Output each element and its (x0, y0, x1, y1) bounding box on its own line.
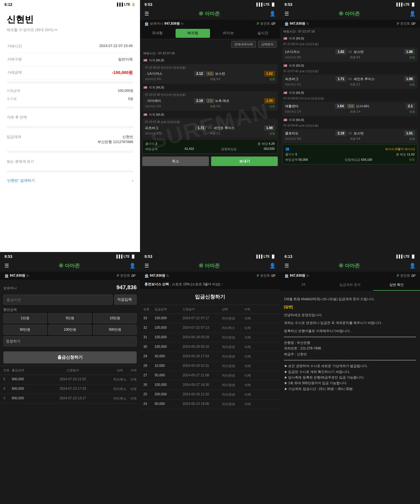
wallet-value-2: 947,836원 (164, 21, 180, 26)
leaf-icon-2: ❋ (199, 10, 204, 17)
amount-btn-3[interactable]: 10만원 (93, 313, 137, 323)
msg-line1-text: 계좌는 수시로 변경되니 입금전 꼭 계좌문의를 해주시기 바랍니다 . (284, 321, 383, 325)
points-label-5: 포인트 (260, 273, 270, 278)
p3-game-row-2[interactable]: 피츠버그 1.71 VS 세인트 루이스 1.99 피리어드 2:1 최종 2:… (282, 74, 418, 89)
refresh-icon-5[interactable]: ↻ (166, 274, 169, 278)
menu-icon-6[interactable]: ☰ (284, 263, 289, 269)
dep-del[interactable]: 삭제 (244, 383, 258, 388)
battery-6: ▐▌ (411, 255, 416, 258)
home-odds-3[interactable]: 1.71 (195, 125, 206, 131)
amount-btn-1[interactable]: 1만원 (3, 313, 47, 323)
msg-tab-2[interactable]: 입금계좌 문의 (327, 280, 374, 291)
status-icons-4: ▐▐▐ LTE ▐▌ (115, 255, 136, 258)
points-value-5: 0P (271, 274, 276, 278)
p3-away-odds-2[interactable]: 1.99 (404, 76, 415, 82)
p3-home-odds-3[interactable]: 1.64 (335, 103, 346, 109)
bet-summary-2: 폴더수 3 총 배당 4.29 베팅금액 61,422 당첨예상금 263,50… (142, 139, 278, 154)
dep-del[interactable]: 삭제 (244, 354, 258, 359)
period-label-3: 피리어드 2:1 (145, 132, 161, 136)
dep-del[interactable]: 삭제 (244, 316, 258, 321)
msg-tab-1[interactable]: 24 (280, 280, 327, 291)
user-icon-5[interactable]: 👤 (269, 263, 276, 269)
league-badge-2: 🇺🇸 미국 [MLB] (140, 84, 280, 91)
p3-home-odds-4[interactable]: 2.19 (335, 130, 346, 136)
away-odds-3[interactable]: 1.99 (264, 125, 275, 131)
cancel-btn-2[interactable]: 취소 (142, 157, 209, 166)
p3-away-odds-4[interactable]: 1.51 (404, 130, 415, 136)
user-icon-4[interactable]: 👤 (129, 263, 136, 269)
p3-away-odds-3[interactable]: 2.1 (406, 103, 415, 109)
balance-label: 거래 후 잔액 (7, 115, 27, 120)
tab-overseas[interactable]: 해외형 (176, 29, 210, 38)
p3-game-row-4[interactable]: 콜로라도 2.19 VS 보스턴 1.51 피리어드 9:8 최종 9:8 당첨 (282, 129, 418, 143)
tx-del-5[interactable]: 삭제 (128, 377, 137, 382)
refresh-icon-4[interactable]: ↻ (26, 274, 29, 278)
p3-home-odds-1[interactable]: 1.82 (335, 49, 346, 55)
dep-del[interactable]: 삭제 (244, 364, 258, 368)
p3-home-odds-2[interactable]: 1.71 (335, 76, 346, 82)
dep-no: 32 (143, 326, 155, 330)
dep-date: 2024-05-23 18:06 (183, 402, 222, 407)
p3-parlay-row: 폴더수 5 총 배당 11.62 (285, 152, 415, 157)
tab-domestic[interactable]: 국내형 (140, 28, 174, 39)
refresh-icon-3[interactable]: ↻ (306, 22, 309, 26)
dep-del[interactable]: 삭제 (244, 345, 258, 349)
select-btn[interactable]: 선택문의 (258, 41, 277, 48)
tab-realtime[interactable]: 실시간 (246, 28, 280, 39)
dep-del[interactable]: 삭제 (244, 402, 258, 407)
reset-btn[interactable]: 정정하기 (3, 336, 137, 346)
home-odds-2[interactable]: 2.19 (194, 98, 205, 104)
away-odds-2[interactable]: 1.55 (264, 98, 275, 104)
menu-icon-5[interactable]: ☰ (144, 263, 149, 269)
all-history-btn[interactable]: 전체내역삭제 (231, 41, 256, 48)
password-input[interactable] (3, 295, 113, 305)
p3-game-date-3: 07-23 08:20 언더오버 (연장포함) (280, 96, 420, 101)
away-odds-1[interactable]: 1.62 (264, 71, 275, 76)
game-row-3[interactable]: 07-23 07:40 승패 (연장포함) 피츠버그 1.71 VS 세인트 루… (142, 118, 278, 138)
user-icon-6[interactable]: 👤 (409, 263, 416, 269)
dep-status: 처리완료 (222, 373, 244, 378)
user-icon-3[interactable]: 👤 (409, 11, 416, 17)
dep-del[interactable]: 삭제 (244, 373, 258, 378)
home-odds-1[interactable]: 2.12 (194, 71, 205, 76)
confirm-btn-2[interactable]: 보내기 (211, 157, 278, 166)
lte-label-1: LTE (124, 3, 130, 6)
col-amount-header: 출금금액 (12, 368, 34, 372)
bank-label: 은행명 : 부산은행 (284, 340, 416, 346)
withdrawal-submit-btn[interactable]: 출금신청하기 (3, 351, 137, 363)
user-icon-2[interactable]: 👤 (269, 11, 276, 17)
p3-game-row-3[interactable]: 애틀랜타 1.64 8.5 신시내티 2.1 피리어드 1:4 최종 1:4 당… (282, 102, 418, 116)
amount-btn-5[interactable]: 100만원 (48, 325, 92, 335)
tx-del-3[interactable]: 삭제 (128, 396, 137, 401)
msg-tab-3[interactable]: 답변 확인 (373, 280, 420, 291)
amount-btn-6[interactable]: 500만원 (93, 325, 137, 335)
tx-del-4[interactable]: 삭제 (128, 387, 137, 391)
search-link[interactable]: '신현빈' 검색하기 (7, 178, 35, 183)
p3-away-odds-1[interactable]: 1.88 (404, 49, 415, 55)
dep-no: 29 (143, 354, 155, 359)
bet-amount-val-2: 61,422 (185, 147, 194, 151)
game-row-2[interactable]: 07-23 07:40 언더오버 (연장포함) ↓ 마이애미 2.19 7.5 … (142, 91, 278, 111)
wallet-icon-6: 🏦 (284, 274, 289, 278)
tab-live[interactable]: 라이브 (211, 28, 246, 39)
dep-del[interactable]: 삭제 (244, 326, 258, 330)
logo-text-6: 아마존 (345, 262, 360, 269)
msg-line1: 계좌는 수시로 변경되니 입금전 꼭 계좌문의를 해주시기 바랍니다 . (284, 320, 416, 326)
game-row-1[interactable]: 07-22 08:10 언더오버 (연장포함) ↓ LA 다저스 2.12 8.… (142, 64, 278, 84)
status-bar-5: 9:53 ▐▐▐ LTE ▐▌ (140, 252, 280, 260)
p3-game-row-1[interactable]: LA 다저스 1.82 VS 보스턴 1.88 피리어드 9:6 최종 9:6 … (282, 47, 418, 62)
amount-btn-2[interactable]: 5만원 (48, 313, 92, 323)
dep-del[interactable]: 삭제 (244, 335, 258, 340)
amount-btn-4[interactable]: 50만원 (3, 325, 47, 335)
refresh-icon-2[interactable]: ↻ (181, 22, 184, 26)
refresh-icon-6[interactable]: ↻ (306, 274, 309, 278)
direct-input-btn[interactable]: 직접입력 (114, 295, 137, 305)
menu-icon-4[interactable]: ☰ (4, 263, 9, 269)
menu-icon-3[interactable]: ☰ (284, 11, 289, 17)
deposit-account-label: 입금계좌 (7, 134, 21, 144)
menu-icon-2[interactable]: ☰ (144, 11, 149, 17)
dep-del[interactable]: 삭제 (244, 392, 258, 397)
msg-title: 1레벨 회원 ehdals2413(니르니르넬) 입금계좌 문의 드립니다. (284, 297, 375, 301)
dep-no: 33 (143, 316, 155, 321)
recipient-row: 받는 분에게 표기 (7, 157, 133, 166)
